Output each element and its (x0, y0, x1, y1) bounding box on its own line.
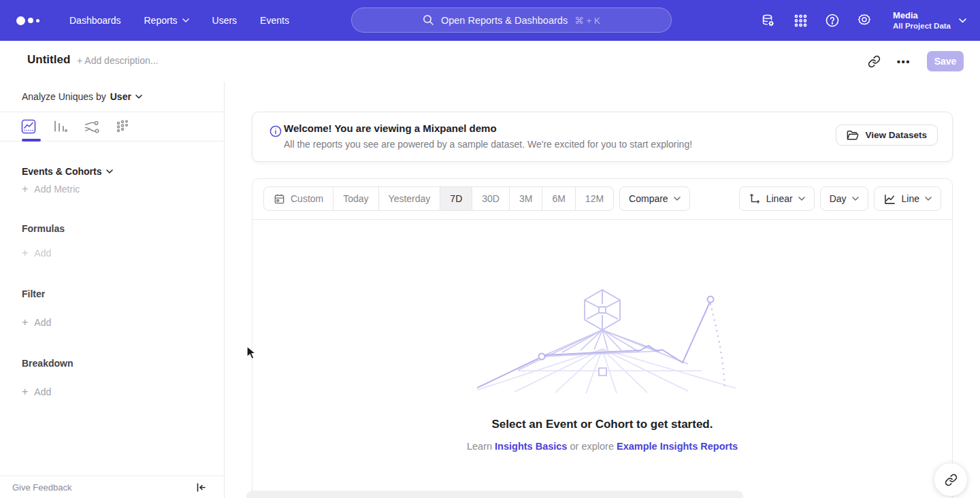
add-formula-button[interactable]: + Add (22, 247, 51, 259)
report-title[interactable]: Untitled (27, 53, 70, 67)
analyze-value: User (110, 91, 131, 102)
range-7d[interactable]: 7D (440, 187, 472, 210)
more-options-button[interactable]: ••• (897, 56, 911, 67)
range-label: 7D (450, 193, 462, 204)
filter-heading: Filter (22, 288, 45, 299)
data-management-icon[interactable] (761, 13, 776, 28)
scale-label: Linear (766, 193, 793, 204)
apps-grid-icon[interactable] (793, 13, 808, 28)
chevron-down-icon (852, 197, 859, 201)
compare-dropdown[interactable]: Compare (619, 186, 690, 211)
banner-title: Welcome! You are viewing a Mixpanel demo (284, 122, 497, 134)
add-label: Add (34, 248, 51, 259)
save-button[interactable]: Save (927, 51, 964, 71)
active-tab-underline (22, 139, 41, 142)
bottom-panel-edge (246, 491, 743, 498)
info-icon (270, 125, 282, 140)
formulas-heading: Formulas (22, 223, 65, 234)
line-chart-icon (883, 193, 896, 205)
chevron-down-icon (925, 197, 932, 201)
nav-events[interactable]: Events (260, 15, 289, 26)
add-filter-button[interactable]: + Add (22, 316, 51, 329)
empty-state-links: Learn Insights Basics or explore Example… (252, 441, 952, 452)
analyze-by-dropdown[interactable]: User (110, 91, 142, 102)
range-today[interactable]: Today (333, 187, 378, 210)
analyze-uniques-row: Analyze Uniques by User (0, 82, 224, 112)
insights-chart-card: Custom Today Yesterday 7D 30D 3M 6M 12M … (252, 178, 953, 498)
project-scope: All Project Data (893, 21, 951, 31)
range-6m[interactable]: 6M (542, 187, 575, 210)
sidebar-footer: Give Feedback (0, 476, 224, 498)
plus-icon: + (22, 183, 28, 195)
interval-dropdown[interactable]: Day (820, 186, 868, 211)
add-metric-label: Add Metric (34, 184, 80, 195)
tab-bar-chart[interactable] (52, 118, 68, 135)
demo-welcome-banner: Welcome! You are viewing a Mixpanel demo… (252, 112, 953, 162)
nav-reports[interactable]: Reports (144, 15, 189, 26)
range-custom[interactable]: Custom (264, 187, 333, 210)
project-selector[interactable]: Media All Project Data (893, 10, 966, 31)
chevron-down-icon (798, 197, 805, 201)
calendar-icon (274, 193, 285, 205)
link-icon (945, 474, 958, 486)
empty-state-illustration (477, 288, 736, 393)
chevron-down-icon (135, 95, 142, 99)
nav-label: Dashboards (69, 15, 121, 26)
tab-segmentation-dots[interactable] (114, 118, 131, 135)
nav-label: Events (260, 15, 289, 26)
interval-label: Day (830, 193, 847, 204)
query-builder-sidebar: Analyze Uniques by User (0, 82, 225, 498)
range-label: Today (343, 193, 368, 204)
give-feedback-link[interactable]: Give Feedback (12, 482, 71, 493)
search-shortcut: ⌘ + K (574, 15, 600, 26)
view-datasets-button[interactable]: View Datasets (836, 124, 938, 146)
nav-label: Users (212, 15, 238, 26)
settings-gear-icon[interactable] (857, 13, 872, 28)
chevron-down-icon (959, 18, 966, 23)
top-nav-bar: Dashboards Reports Users Events Open Rep… (0, 0, 980, 41)
range-30d[interactable]: 30D (472, 187, 510, 210)
plus-icon: + (22, 386, 28, 398)
help-icon[interactable] (825, 13, 840, 28)
copy-link-icon[interactable] (868, 55, 881, 68)
chevron-down-icon (182, 18, 189, 22)
floating-copy-link-button[interactable] (934, 463, 967, 496)
events-cohorts-header[interactable]: Events & Cohorts (22, 166, 113, 177)
add-breakdown-button[interactable]: + Add (22, 386, 51, 398)
range-yesterday[interactable]: Yesterday (379, 187, 441, 210)
analyze-label: Analyze Uniques by (22, 91, 106, 102)
nav-label: Reports (144, 15, 178, 26)
collapse-sidebar-icon[interactable] (196, 482, 206, 493)
mixpanel-logo[interactable] (16, 16, 46, 25)
global-search-input[interactable]: Open Reports & Dashboards ⌘ + K (351, 7, 672, 33)
date-range-segmented-control: Custom Today Yesterday 7D 30D 3M 6M 12M (263, 186, 614, 211)
range-3m[interactable]: 3M (510, 187, 542, 210)
chart-type-label: Line (902, 193, 919, 204)
project-name: Media (893, 10, 951, 21)
add-description-field[interactable]: + Add description... (77, 55, 158, 66)
tab-insights-line[interactable] (20, 118, 37, 135)
add-label: Add (34, 386, 51, 397)
example-insights-reports-link[interactable]: Example Insights Reports (617, 441, 738, 452)
chart-type-dropdown[interactable]: Line (874, 186, 941, 211)
search-placeholder: Open Reports & Dashboards (441, 15, 568, 26)
add-metric-button[interactable]: + Add Metric (22, 183, 80, 195)
scale-dropdown[interactable]: Linear (739, 186, 815, 211)
insights-basics-link[interactable]: Insights Basics (495, 441, 567, 452)
plus-icon: + (22, 247, 28, 259)
empty-state-title: Select an Event or Cohort to get started… (252, 418, 952, 431)
tab-flows[interactable] (83, 118, 99, 135)
plus-icon: + (22, 316, 28, 329)
folder-icon (847, 130, 859, 141)
nav-dashboards[interactable]: Dashboards (69, 15, 121, 26)
logo-dot (36, 19, 39, 22)
nav-users[interactable]: Users (212, 15, 238, 26)
events-cohorts-label: Events & Cohorts (22, 166, 101, 177)
links-middle-text: or explore (567, 441, 617, 452)
logo-dot (28, 18, 33, 23)
chevron-down-icon (674, 197, 681, 201)
chevron-down-icon (106, 169, 113, 173)
compare-label: Compare (629, 193, 668, 204)
range-12m[interactable]: 12M (576, 187, 613, 210)
range-label: 6M (552, 193, 565, 204)
